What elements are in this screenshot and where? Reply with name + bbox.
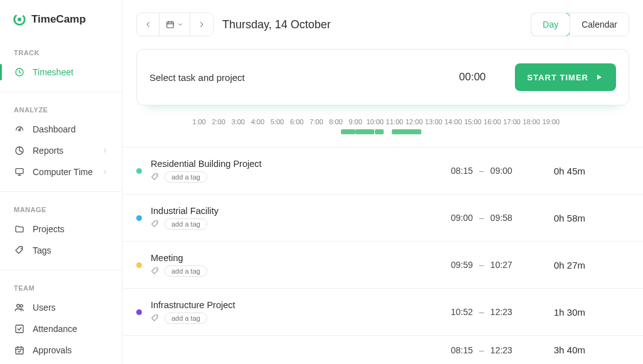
add-tag-button[interactable]: add a tag (165, 265, 207, 277)
clock-icon (14, 67, 25, 78)
svg-point-13 (156, 175, 158, 176)
view-day-button[interactable]: Day (531, 13, 570, 36)
nav-section-label: ANALYZE (0, 97, 122, 119)
summary-to: 12:23 (490, 345, 512, 355)
timeline-tick: 16:00 (484, 118, 501, 126)
svg-point-7 (21, 248, 22, 249)
add-tag-button[interactable]: add a tag (165, 171, 207, 183)
tag-icon (151, 220, 159, 228)
nav-section-label: TEAM (0, 276, 122, 297)
timeline-tick: 15:00 (464, 118, 482, 126)
entry-duration: 1h 30m (554, 307, 629, 318)
start-timer-button[interactable]: START TIMER (515, 63, 616, 91)
task-select[interactable]: Select task and project (149, 72, 245, 83)
timeline-tick: 5:00 (271, 118, 284, 126)
timer-card: Select task and project 00:00 START TIME… (136, 49, 629, 105)
folder-icon (14, 223, 25, 235)
timeline-tick: 9:00 (349, 118, 362, 126)
timeline-tick: 18:00 (523, 118, 541, 126)
users-icon (14, 302, 25, 313)
next-day-button[interactable] (190, 13, 213, 36)
entry-from[interactable]: 09:00 (451, 213, 473, 223)
monitor-icon (14, 166, 25, 178)
svg-rect-12 (167, 22, 174, 28)
entry-to[interactable]: 10:27 (490, 260, 512, 270)
gauge-icon (14, 124, 25, 135)
entry-to[interactable]: 09:58 (490, 213, 512, 223)
timeline-bar[interactable] (341, 129, 355, 134)
prev-day-button[interactable] (137, 13, 159, 36)
tag-icon (151, 267, 159, 276)
entry-from[interactable]: 10:52 (451, 307, 473, 317)
brand-name: TimeCamp (31, 13, 86, 26)
sidebar-item-reports[interactable]: Reports (0, 140, 122, 161)
sidebar-item-approvals[interactable]: Approvals (0, 340, 122, 361)
play-icon (595, 73, 603, 82)
sidebar-item-dashboard[interactable]: Dashboard (0, 119, 122, 140)
entries-summary: 08:15 – 12:23 3h 40m (122, 336, 643, 364)
chevron-down-icon (177, 21, 183, 28)
timeline-tick: 6:00 (290, 118, 303, 126)
chevron-right-icon (198, 21, 205, 28)
add-tag-button[interactable]: add a tag (165, 313, 207, 324)
timeline-tick: 10:00 (366, 118, 384, 126)
chevron-left-icon (144, 21, 152, 28)
entry-color-dot (136, 309, 142, 315)
check-icon (14, 323, 25, 335)
sidebar-item-label: Projects (33, 224, 108, 234)
sidebar-item-projects[interactable]: Projects (0, 218, 122, 240)
svg-point-16 (156, 316, 158, 318)
sidebar-item-label: Approvals (33, 345, 108, 355)
timeline-tick: 14:00 (445, 118, 462, 126)
timeline-tick: 13:00 (425, 118, 443, 126)
add-tag-button[interactable]: add a tag (165, 218, 207, 230)
start-timer-label: START TIMER (527, 73, 588, 82)
view-toggle: Day Calendar (531, 13, 629, 36)
timeline-tick: 4:00 (251, 118, 264, 126)
sidebar-item-users[interactable]: Users (0, 297, 122, 318)
calendar-icon (166, 20, 175, 29)
tag-icon (14, 245, 25, 256)
entry-from[interactable]: 08:15 (451, 166, 473, 176)
dash: – (479, 307, 484, 317)
sidebar-item-computer-time[interactable]: Computer Time (0, 161, 122, 183)
entry-to[interactable]: 12:23 (490, 307, 512, 317)
nav-section-label: TRACK (0, 40, 122, 62)
svg-point-14 (156, 222, 158, 223)
sidebar: TimeCamp TRACKTimesheetANALYZEDashboardR… (0, 0, 122, 364)
dash: – (479, 345, 484, 355)
timeline-tick: 7:00 (310, 118, 323, 126)
entry-from[interactable]: 09:59 (451, 260, 473, 270)
brand[interactable]: TimeCamp (0, 0, 122, 39)
entries-list: Residential Building Project add a tag 0… (122, 147, 643, 336)
entry-color-dot (136, 262, 142, 268)
piechart-icon (14, 145, 25, 156)
main: Thursday, 14 October Day Calendar Select… (122, 0, 643, 364)
nav-section-label: MANAGE (0, 197, 122, 218)
sidebar-item-label: Attendance (33, 324, 108, 334)
sidebar-item-attendance[interactable]: Attendance (0, 318, 122, 340)
timeline-tick: 19:00 (543, 118, 560, 126)
svg-point-2 (18, 18, 21, 21)
timeline-bar[interactable] (355, 129, 374, 134)
time-entry[interactable]: Meeting add a tag 09:59 – 10:27 0h 27m (122, 242, 643, 289)
time-entry[interactable]: Industrial Facility add a tag 09:00 – 09… (122, 195, 643, 242)
date-picker-button[interactable] (159, 13, 190, 36)
sidebar-item-label: Timesheet (33, 67, 108, 77)
entry-to[interactable]: 09:00 (490, 166, 512, 176)
svg-point-8 (17, 304, 20, 308)
timeline-bar[interactable] (375, 129, 384, 134)
dash: – (479, 213, 484, 223)
svg-rect-10 (16, 325, 23, 333)
time-entry[interactable]: Infrastructure Project add a tag 10:52 –… (122, 289, 643, 336)
sidebar-item-label: Tags (33, 245, 108, 255)
svg-rect-11 (16, 347, 23, 354)
sidebar-item-tags[interactable]: Tags (0, 240, 122, 261)
sidebar-item-label: Reports (33, 146, 94, 156)
view-calendar-button[interactable]: Calendar (570, 13, 629, 36)
sidebar-item-label: Dashboard (33, 124, 108, 134)
timeline-bar[interactable] (392, 129, 421, 134)
sidebar-item-timesheet[interactable]: Timesheet (0, 62, 122, 83)
time-entry[interactable]: Residential Building Project add a tag 0… (122, 147, 643, 195)
topbar: Thursday, 14 October Day Calendar (122, 13, 643, 49)
